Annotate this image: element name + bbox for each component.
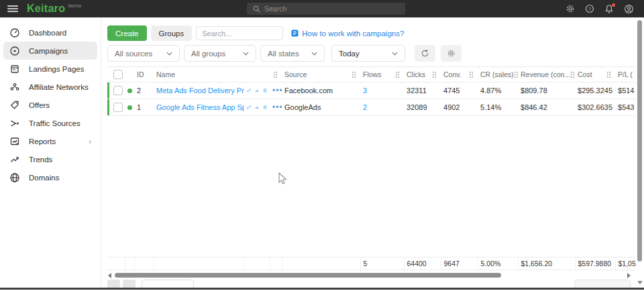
column-drag-handle[interactable] bbox=[432, 71, 437, 78]
flows-column-header[interactable]: Flows bbox=[360, 67, 404, 82]
cr-value: 5.14% bbox=[478, 99, 518, 116]
campaign-link-icon[interactable] bbox=[247, 103, 251, 111]
trend-icon bbox=[9, 154, 20, 165]
campaign-report-icon[interactable] bbox=[263, 86, 267, 95]
cost-value: $302.6635 bbox=[575, 99, 615, 116]
bottom-edge-bar bbox=[0, 288, 644, 290]
bell-icon[interactable] bbox=[604, 4, 614, 13]
flows-link[interactable]: 3 bbox=[363, 86, 367, 95]
states-filter-select[interactable]: All states bbox=[260, 45, 325, 62]
campaign-stats-icon[interactable] bbox=[255, 86, 259, 95]
campaign-row[interactable]: 1 Google Ads Fitness App Split ••• Googl… bbox=[107, 99, 636, 116]
chevron-down-icon bbox=[392, 52, 398, 56]
table-header-row: ID Name Source Flows Clicks Conv. CR (sa… bbox=[107, 67, 636, 82]
gear-icon[interactable] bbox=[566, 4, 575, 13]
sidebar-item-reports[interactable]: Reports › bbox=[3, 132, 97, 150]
campaign-report-icon[interactable] bbox=[263, 103, 267, 111]
page-select[interactable] bbox=[142, 280, 194, 288]
total-cost: $597.9880 bbox=[575, 257, 615, 270]
pagination-prev-button[interactable] bbox=[107, 280, 120, 288]
campaigns-search-input[interactable] bbox=[196, 26, 283, 40]
campaign-stats-icon[interactable] bbox=[255, 103, 259, 111]
table-settings-button[interactable] bbox=[441, 45, 462, 62]
search-icon bbox=[253, 5, 260, 13]
menu-icon[interactable] bbox=[7, 5, 18, 12]
row-menu-icon[interactable]: ••• bbox=[272, 103, 282, 112]
id-column-header[interactable]: ID bbox=[134, 67, 154, 82]
chevron-right-icon: › bbox=[89, 137, 91, 146]
conv-value: 4745 bbox=[441, 82, 478, 99]
sidebar-item-traffic-sources[interactable]: Traffic Sources bbox=[3, 114, 97, 132]
column-drag-handle[interactable] bbox=[395, 71, 400, 78]
create-button[interactable]: Create bbox=[107, 25, 147, 41]
status-dot bbox=[127, 105, 132, 110]
notification-dot bbox=[612, 3, 615, 7]
column-drag-handle[interactable] bbox=[606, 71, 611, 78]
conv-column-header[interactable]: Conv. bbox=[441, 67, 478, 82]
campaign-link-icon[interactable] bbox=[247, 86, 251, 95]
cost-column-header[interactable]: Cost bbox=[575, 67, 615, 82]
date-range-select[interactable]: Today bbox=[331, 45, 405, 62]
scroll-right-arrow[interactable] bbox=[627, 273, 631, 278]
rows-per-page-select[interactable] bbox=[574, 280, 631, 288]
help-icon[interactable]: ? bbox=[585, 4, 594, 13]
pagination-next-button[interactable] bbox=[123, 280, 136, 288]
report-icon bbox=[9, 136, 20, 147]
help-campaigns-link[interactable]: How to work with campaigns? bbox=[291, 30, 404, 38]
filters-row: All sources All groups All states Today bbox=[107, 45, 644, 62]
source-column-header[interactable]: Source bbox=[282, 67, 360, 82]
campaign-source: Facebook.com bbox=[282, 82, 360, 99]
sidebar-item-label: Domains bbox=[29, 174, 59, 182]
table-empty-area bbox=[107, 116, 644, 257]
name-column-header[interactable]: Name bbox=[154, 67, 270, 82]
clicks-column-header[interactable]: Clicks bbox=[404, 67, 441, 82]
topbar: Keitaro demo Search ? bbox=[0, 0, 644, 17]
sidebar-item-offers[interactable]: Offers bbox=[3, 96, 97, 114]
groups-button[interactable]: Groups bbox=[151, 25, 193, 41]
column-drag-handle[interactable] bbox=[570, 71, 575, 78]
sidebar-item-campaigns[interactable]: Campaigns bbox=[3, 42, 97, 60]
flows-link[interactable]: 2 bbox=[363, 103, 367, 111]
total-pl: $1,05 bbox=[615, 257, 636, 270]
cr-column-header[interactable]: CR (sales) bbox=[478, 67, 518, 82]
horizontal-scrollbar-thumb[interactable] bbox=[115, 273, 501, 278]
sidebar-item-dashboard[interactable]: Dashboard bbox=[3, 23, 97, 42]
sidebar-item-trends[interactable]: Trends bbox=[3, 150, 97, 168]
column-drag-handle[interactable] bbox=[514, 71, 518, 78]
horizontal-scrollbar[interactable] bbox=[107, 271, 636, 280]
vertical-scrollbar[interactable] bbox=[637, 19, 643, 286]
sources-filter-select[interactable]: All sources bbox=[107, 45, 180, 62]
sidebar: Dashboard Campaigns Landings Pages Affil… bbox=[0, 17, 101, 288]
select-all-checkbox[interactable] bbox=[113, 70, 123, 79]
refresh-button[interactable] bbox=[415, 45, 435, 62]
row-checkbox[interactable] bbox=[113, 86, 123, 95]
column-drag-handle[interactable] bbox=[469, 71, 474, 78]
clicks-value: 32311 bbox=[404, 82, 441, 99]
vertical-scrollbar-thumb[interactable] bbox=[637, 20, 642, 261]
scroll-down-arrow[interactable] bbox=[637, 281, 643, 284]
column-drag-handle[interactable] bbox=[352, 71, 356, 78]
chevron-down-icon bbox=[166, 52, 172, 56]
scroll-left-arrow[interactable] bbox=[108, 273, 111, 278]
campaign-row[interactable]: 2 Meta Ads Food Delivery Promo ••• Faceb… bbox=[107, 82, 636, 99]
pagination-bar bbox=[107, 280, 644, 288]
campaign-id: 1 bbox=[134, 99, 154, 116]
row-checkbox[interactable] bbox=[113, 103, 123, 112]
groups-filter-select[interactable]: All groups bbox=[184, 45, 256, 62]
main-content: Create Groups How to work with campaigns… bbox=[101, 17, 644, 288]
sidebar-item-affiliate-networks[interactable]: Affiliate Networks bbox=[3, 78, 97, 96]
help-link-label: How to work with campaigns? bbox=[302, 30, 404, 38]
row-menu-icon[interactable]: ••• bbox=[272, 86, 282, 95]
user-icon[interactable] bbox=[624, 4, 634, 14]
column-drag-handle[interactable] bbox=[273, 71, 278, 78]
pl-column-header[interactable]: P/L ( bbox=[615, 67, 636, 82]
revenue-column-header[interactable]: Revenue (con... bbox=[518, 67, 575, 82]
global-search[interactable]: Search bbox=[247, 3, 405, 15]
gear-icon bbox=[447, 49, 455, 58]
sidebar-item-landings-pages[interactable]: Landings Pages bbox=[3, 60, 97, 78]
total-cr: 5.00% bbox=[478, 257, 518, 270]
page-icon bbox=[9, 64, 20, 74]
sidebar-item-domains[interactable]: Domains bbox=[3, 168, 97, 186]
campaign-name-link[interactable]: Google Ads Fitness App Split bbox=[156, 103, 244, 111]
campaign-name-link[interactable]: Meta Ads Food Delivery Promo bbox=[156, 86, 244, 95]
